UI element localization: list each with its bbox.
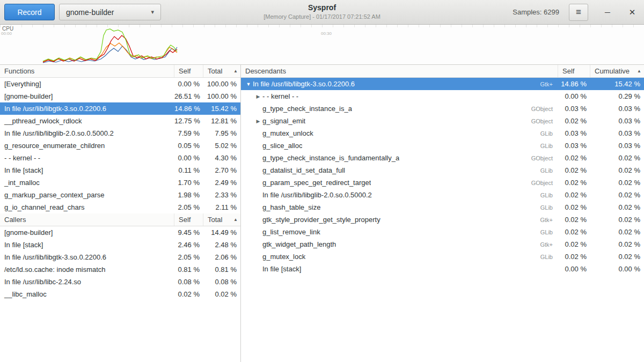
descendant-name: g_type_check_instance_is_fundamentally_a [262,154,399,162]
descendant-row[interactable]: g_datalist_id_set_data_fullGLib0.02 %0.0… [241,164,644,176]
callers-total-column-header[interactable]: Total ▲ [203,213,240,226]
self-percent: 0.02 % [558,117,590,125]
record-button[interactable]: Record [4,4,55,20]
expander-closed-icon[interactable]: ▶ [254,119,262,124]
caller-row[interactable]: In file /usr/lib/libc-2.24.so0.08 %0.08 … [0,276,240,288]
descendant-name: g_list_remove_link [262,228,320,236]
descendant-name: In file /usr/lib/libgtk-3.so.0.2200.6 [253,80,355,88]
self-percent: 0.02 % [558,191,590,199]
self-percent: 0.02 % [558,253,590,261]
descendant-row[interactable]: g_param_spec_get_redirect_targetGObject0… [241,176,644,189]
menu-button[interactable]: ≡ [569,4,588,21]
callers-self-column-header[interactable]: Self [174,213,203,226]
descendant-row[interactable]: g_type_check_instance_is_aGObject0.03 %0… [241,102,644,115]
descendant-row[interactable]: g_slice_allocGLib0.03 %0.03 % [241,139,644,152]
caller-row[interactable]: In file /usr/lib/libgtk-3.so.0.2200.62.0… [0,251,240,263]
caller-row[interactable]: [gnome-builder]9.45 %14.49 % [0,226,240,239]
cumulative-percent: 0.02 % [590,253,644,261]
self-percent: 0.03 % [558,129,590,137]
function-name: g_io_channel_read_chars [0,203,174,211]
expander-open-icon[interactable]: ▼ [244,82,253,87]
timeline-ruler [0,25,644,27]
descendants-cumulative-column-header[interactable]: Cumulative ▲ [590,65,644,77]
cumulative-percent: 0.02 % [590,228,644,236]
descendants-column-header[interactable]: Descendants [241,65,558,77]
descendant-name-cell: g_datalist_id_set_data_fullGLib [241,166,558,174]
process-selector-label: gnome-builder [66,8,114,17]
total-percent: 15.42 % [203,105,240,113]
descendants-header: Descendants Self Cumulative ▲ [241,65,644,78]
descendant-row[interactable]: ▶g_signal_emitGObject0.02 %0.03 % [241,115,644,127]
cpu-timeline-graph[interactable]: CPU 00:00 00:30 [0,25,644,65]
functions-column-header[interactable]: Functions [0,65,174,77]
descendants-self-column-header[interactable]: Self [558,65,590,77]
function-row[interactable]: _int_malloc1.70 %2.49 % [0,176,240,189]
library-tag: Gtk+ [540,217,558,223]
indent-spacer [244,232,254,232]
function-row[interactable]: In file /usr/lib/libglib-2.0.so.0.5000.2… [0,127,240,139]
total-percent: 0.81 % [203,265,240,274]
descendant-name-cell: ▶- - kernel - - [241,92,558,100]
descendant-row[interactable]: ▼In file /usr/lib/libgtk-3.so.0.2200.6Gt… [241,78,644,90]
descendant-row[interactable]: In file [stack]0.00 %0.00 % [241,263,644,275]
cumulative-percent: 0.29 % [590,92,644,100]
self-percent: 0.02 % [558,228,590,236]
total-percent: 7.95 % [203,129,240,137]
function-name: g_resource_enumerate_children [0,142,174,150]
descendant-name: g_slice_alloc [262,142,302,150]
function-row[interactable]: g_markup_parse_context_parse1.98 %2.33 % [0,189,240,201]
self-percent: 0.03 % [558,105,590,113]
minimize-button[interactable]: ─ [600,5,615,20]
descendant-row[interactable]: ▶- - kernel - -0.00 %0.29 % [241,90,644,102]
descendant-name: gtk_widget_path_length [262,240,336,248]
function-row[interactable]: In file [stack]0.11 %2.70 % [0,164,240,176]
self-percent: 0.00 % [174,154,203,162]
total-percent: 2.06 % [203,253,240,261]
functions-self-column-header[interactable]: Self [174,65,203,77]
descendant-row[interactable]: gtk_widget_path_lengthGtk+0.02 %0.02 % [241,238,644,250]
self-percent: 1.70 % [174,179,203,187]
self-percent: 0.02 % [174,290,203,298]
self-percent: 7.59 % [174,129,203,137]
function-row[interactable]: g_resource_enumerate_children0.05 %5.02 … [0,139,240,152]
function-row[interactable]: In file /usr/lib/libgtk-3.so.0.2200.614.… [0,102,240,115]
indent-spacer [244,195,254,195]
function-row[interactable]: __pthread_rwlock_rdlock12.75 %12.81 % [0,115,240,127]
descendant-row[interactable]: g_type_check_instance_is_fundamentally_a… [241,152,644,164]
library-tag: GObject [531,118,558,124]
caller-row[interactable]: /etc/ld.so.cache: inode mismatch0.81 %0.… [0,263,240,276]
descendant-row[interactable]: g_mutex_lockGLib0.02 %0.02 % [241,250,644,263]
close-button[interactable]: ✕ [625,5,640,20]
caller-row[interactable]: __libc_malloc0.02 %0.02 % [0,288,240,300]
descendant-row[interactable]: g_hash_table_sizeGLib0.02 %0.02 % [241,201,644,213]
indent-spacer [244,108,254,109]
function-row[interactable]: [gnome-builder]26.51 %100.00 % [0,90,240,102]
function-row[interactable]: g_io_channel_read_chars2.05 %2.11 % [0,201,240,213]
callers-column-header[interactable]: Callers [0,213,174,226]
functions-total-column-header[interactable]: Total ▲ [203,65,240,77]
self-percent: 2.05 % [174,253,203,261]
function-name: In file /usr/lib/libc-2.24.so [0,278,174,286]
self-percent: 9.45 % [174,228,203,237]
descendant-row[interactable]: gtk_style_provider_get_style_propertyGtk… [241,213,644,226]
expander-closed-icon[interactable]: ▶ [254,94,262,99]
descendant-name: In file /usr/lib/libglib-2.0.so.0.5000.2 [262,191,372,199]
cumulative-percent: 0.03 % [590,117,644,125]
process-selector-dropdown[interactable]: gnome-builder ▾ [59,4,161,20]
descendant-row[interactable]: g_mutex_unlockGLib0.03 %0.03 % [241,127,644,139]
caller-row[interactable]: In file [stack]2.46 %2.48 % [0,239,240,251]
descendant-name-cell: g_mutex_lockGLib [241,253,558,261]
hamburger-icon: ≡ [576,7,581,17]
callers-rows: [gnome-builder]9.45 %14.49 %In file [sta… [0,226,240,300]
self-percent: 0.81 % [174,265,203,274]
timeline-start-label: 00:00 [1,31,12,36]
function-row[interactable]: - - kernel - -0.00 %4.30 % [0,152,240,164]
cumulative-percent: 0.03 % [590,142,644,150]
self-percent: 0.11 % [174,166,203,174]
function-row[interactable]: [Everything]0.00 %100.00 % [0,78,240,90]
descendant-row[interactable]: In file /usr/lib/libglib-2.0.so.0.5000.2… [241,189,644,201]
self-percent: 12.75 % [174,117,203,125]
library-tag: GLib [540,130,558,137]
descendant-row[interactable]: g_list_remove_linkGLib0.02 %0.02 % [241,226,644,238]
indent-spacer [244,207,254,208]
